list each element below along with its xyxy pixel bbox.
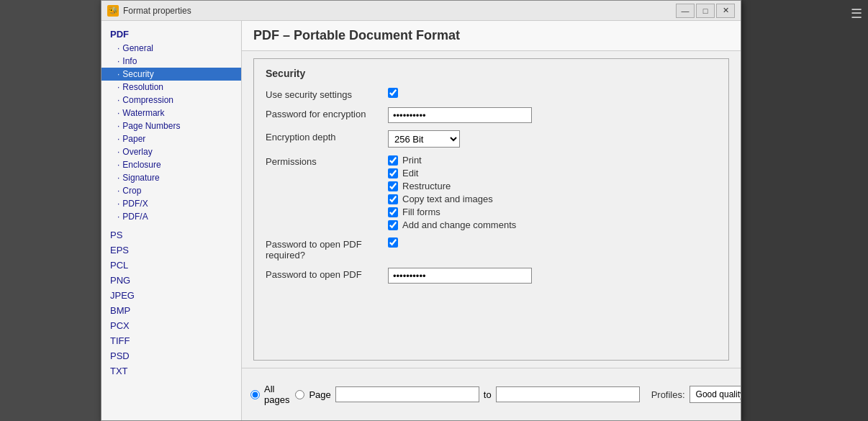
password-open-required-checkbox[interactable] xyxy=(388,237,398,248)
app-icon: 🐝 xyxy=(107,5,119,17)
close-button[interactable]: ✕ xyxy=(716,4,735,18)
main-panel: PDF – Portable Document Format Security … xyxy=(242,21,741,420)
section-title: Security xyxy=(266,68,717,79)
encryption-depth-label: Encryption depth xyxy=(266,130,388,142)
sidebar-item-enclosure[interactable]: Enclosure xyxy=(101,158,241,171)
all-pages-radio[interactable] xyxy=(250,390,260,399)
password-open-required-row: Password to open PDF required? xyxy=(266,237,717,261)
password-open-row: Password to open PDF xyxy=(266,268,717,284)
format-properties-dialog: 🐝 Format properties — □ ✕ PDF General In… xyxy=(101,0,741,421)
permission-restructure-label: Restructure xyxy=(402,181,451,191)
profiles-select[interactable]: Good quality High quality Print Screen xyxy=(690,386,741,403)
permission-fill-forms: Fill forms xyxy=(388,207,717,217)
sidebar-item-bmp[interactable]: BMP xyxy=(101,303,241,318)
encryption-depth-row: Encryption depth 256 Bit 128 Bit 40 Bit xyxy=(266,130,717,148)
window-controls: — □ ✕ xyxy=(676,4,735,18)
permission-add-comments: Add and change comments xyxy=(388,219,717,230)
permission-copy-text-checkbox[interactable] xyxy=(388,194,398,204)
permission-add-comments-checkbox[interactable] xyxy=(388,220,398,230)
sidebar-item-pdfx[interactable]: PDF/X xyxy=(101,197,241,210)
permission-add-comments-label: Add and change comments xyxy=(402,219,516,230)
main-title: PDF – Portable Document Format xyxy=(242,21,741,51)
sidebar-item-psd[interactable]: PSD xyxy=(101,348,241,363)
sidebar-item-ps[interactable]: PS xyxy=(101,227,241,243)
permission-copy-text: Copy text and images xyxy=(388,194,717,204)
use-security-label: Use security settings xyxy=(266,88,388,100)
sidebar-item-info[interactable]: Info xyxy=(101,55,241,68)
minimize-button[interactable]: — xyxy=(676,4,695,18)
sidebar-item-pdfa[interactable]: PDF/A xyxy=(101,210,241,223)
sidebar-item-pcl[interactable]: PCL xyxy=(101,258,241,273)
password-encryption-row: Password for encryption xyxy=(266,107,717,123)
security-section: Security Use security settings Password … xyxy=(253,58,729,361)
permissions-list: Print Edit Restructure xyxy=(388,155,717,230)
sidebar-item-paper[interactable]: Paper xyxy=(101,132,241,145)
sidebar-item-pdf[interactable]: PDF xyxy=(101,27,241,42)
left-app-panel xyxy=(0,0,101,421)
sidebar-item-compression[interactable]: Compression xyxy=(101,94,241,107)
sidebar-item-tiff[interactable]: TIFF xyxy=(101,333,241,348)
sidebar-item-resolution[interactable]: Resolution xyxy=(101,81,241,94)
sidebar-item-watermark[interactable]: Watermark xyxy=(101,107,241,119)
sidebar-item-security[interactable]: Security xyxy=(101,68,241,81)
permissions-row: Permissions Print Edit xyxy=(266,155,717,230)
profiles-label: Profiles: xyxy=(651,389,685,400)
bottom-bar: All pages Page to Profiles: Good quality… xyxy=(242,368,741,420)
permission-fill-forms-label: Fill forms xyxy=(402,207,440,217)
permissions-label: Permissions xyxy=(266,155,388,167)
profiles-group: Profiles: Good quality High quality Prin… xyxy=(651,385,741,404)
permission-print-checkbox[interactable] xyxy=(388,155,398,166)
password-encryption-label: Password for encryption xyxy=(266,107,388,119)
page-range-group: Page to xyxy=(295,386,639,402)
dialog-body: PDF General Info Security Resolution Com… xyxy=(101,21,741,420)
sidebar-item-txt[interactable]: TXT xyxy=(101,363,241,379)
password-open-input[interactable] xyxy=(388,268,532,284)
page-to-input[interactable] xyxy=(496,386,640,402)
password-encryption-input[interactable] xyxy=(388,107,532,123)
permission-edit-checkbox[interactable] xyxy=(388,168,398,178)
permission-restructure-checkbox[interactable] xyxy=(388,181,398,191)
sidebar-item-png[interactable]: PNG xyxy=(101,273,241,288)
to-label: to xyxy=(484,389,492,400)
permission-print-label: Print xyxy=(402,155,422,166)
permission-edit-label: Edit xyxy=(402,168,418,178)
sidebar-item-signature[interactable]: Signature xyxy=(101,171,241,184)
restore-button[interactable]: □ xyxy=(696,4,715,18)
use-security-checkbox[interactable] xyxy=(388,88,398,98)
password-open-label: Password to open PDF xyxy=(266,268,388,280)
sidebar: PDF General Info Security Resolution Com… xyxy=(101,21,242,420)
sidebar-item-overlay[interactable]: Overlay xyxy=(101,145,241,158)
permission-edit: Edit xyxy=(388,168,717,178)
sidebar-item-general[interactable]: General xyxy=(101,42,241,55)
dialog-title: Format properties xyxy=(123,6,676,16)
sidebar-item-pcx[interactable]: PCX xyxy=(101,318,241,333)
right-app-panel: ☰ xyxy=(741,0,868,421)
page-radio[interactable] xyxy=(295,390,304,399)
all-pages-label: All pages xyxy=(264,384,289,405)
permission-fill-forms-checkbox[interactable] xyxy=(388,207,398,217)
title-bar: 🐝 Format properties — □ ✕ xyxy=(101,1,741,21)
sidebar-item-page-numbers[interactable]: Page Numbers xyxy=(101,119,241,132)
password-open-required-label: Password to open PDF required? xyxy=(266,237,388,261)
permission-restructure: Restructure xyxy=(388,181,717,191)
page-from-input[interactable] xyxy=(335,386,479,402)
use-security-row: Use security settings xyxy=(266,88,717,100)
sidebar-item-eps[interactable]: EPS xyxy=(101,243,241,258)
page-label: Page xyxy=(309,389,330,400)
hamburger-icon[interactable]: ☰ xyxy=(851,6,862,22)
all-pages-group: All pages xyxy=(250,384,289,405)
permission-copy-text-label: Copy text and images xyxy=(402,194,493,204)
encryption-depth-select[interactable]: 256 Bit 128 Bit 40 Bit xyxy=(388,130,460,148)
sidebar-item-jpeg[interactable]: JPEG xyxy=(101,288,241,303)
sidebar-item-crop[interactable]: Crop xyxy=(101,184,241,197)
permission-print: Print xyxy=(388,155,717,166)
